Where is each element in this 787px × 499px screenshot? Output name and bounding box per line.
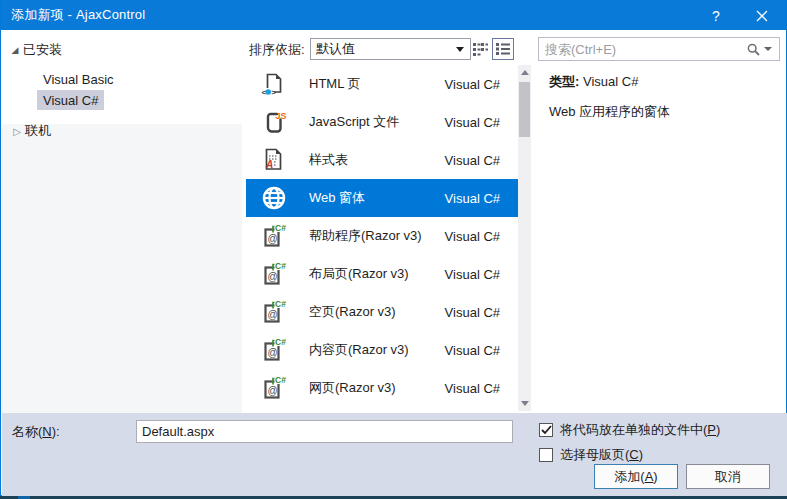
template-list-item[interactable]: A 样式表 Visual C# [246,141,518,179]
sidebar-item-visual-basic[interactable]: Visual Basic [37,69,120,89]
title-bar[interactable]: 添加新项 - AjaxControl [1,0,786,30]
svg-text:>: > [271,88,276,97]
template-language: Visual C# [445,305,500,320]
template-icon [259,183,289,213]
search-box [538,37,780,61]
template-language: Visual C# [445,381,500,396]
template-icon: @C# [259,373,289,403]
svg-text:@: @ [268,385,278,396]
template-list-item[interactable]: Web 窗体 Visual C# [246,179,518,217]
template-list-item[interactable]: @C# 布局页(Razor v3) Visual C# [246,255,518,293]
type-label: 类型: [549,74,579,89]
sidebar-node-online[interactable]: ▷ 联机 [9,120,51,142]
sidebar-node-online-label: 联机 [25,122,51,140]
name-label: 名称(N): [12,423,60,441]
checkbox-separate-file-label: 将代码放在单独的文件中(P) [560,421,720,439]
screen: 添加新项 - AjaxControl ? ◢ 已安装 Visual Basic … [0,0,787,499]
search-icon[interactable] [747,43,760,56]
sidebar-item-label: Visual C# [43,93,98,108]
template-icon: A [259,145,289,175]
checkbox-master-page[interactable]: 选择母版页(C) [539,446,643,464]
svg-text:@: @ [268,347,278,358]
template-name: 样式表 [309,151,445,169]
cancel-button[interactable]: 取消 [686,464,770,489]
small-icons-view-button[interactable] [471,40,490,59]
template-icon: @C# [259,259,289,289]
template-name: HTML 页 [309,75,445,93]
search-input[interactable] [539,41,747,58]
help-icon: ? [712,8,720,24]
template-language: Visual C# [445,267,500,282]
svg-text:C#: C# [275,299,286,309]
checkbox-icon[interactable] [539,423,553,437]
template-list-item[interactable]: @C# 帮助程序(Razor v3) Visual C# [246,217,518,255]
template-list-item[interactable]: @C# 网页(Razor v3) Visual C# [246,369,518,407]
dialog-title: 添加新项 - AjaxControl [1,6,145,24]
sidebar-item-visual-csharp[interactable]: Visual C# [37,90,104,110]
sort-by-dropdown[interactable]: 默认值 [310,38,471,60]
svg-text:JS: JS [276,110,287,120]
template-name: 布局页(Razor v3) [309,265,445,283]
list-view-icon [496,43,510,55]
svg-text:@: @ [268,271,278,282]
template-language: Visual C# [445,153,500,168]
collapsed-arrow-icon: ▷ [9,126,25,137]
template-description: Web 应用程序的窗体 [549,103,670,121]
template-name: 帮助程序(Razor v3) [309,227,445,245]
template-icon: <> [259,69,289,99]
small-icons-view-icon [473,43,488,56]
list-scrollbar[interactable] [518,65,531,411]
checkbox-separate-file[interactable]: 将代码放在单独的文件中(P) [539,421,720,439]
template-icon: @C# [259,335,289,365]
scrollbar-thumb[interactable] [519,82,530,137]
scroll-down-icon[interactable] [518,397,531,410]
template-name: 网页(Razor v3) [309,379,445,397]
details-pane: 类型: Visual C# Web 应用程序的窗体 [532,65,786,411]
template-list-item[interactable]: JS JavaScript 文件 Visual C# [246,103,518,141]
svg-text:C#: C# [275,375,286,385]
svg-text:A: A [265,159,273,170]
checkbox-master-page-label: 选择母版页(C) [560,446,643,464]
template-language: Visual C# [445,229,500,244]
type-value: Visual C# [583,74,638,89]
template-language: Visual C# [445,191,500,206]
template-list-item[interactable]: @C# 空页(Razor v3) Visual C# [246,293,518,331]
svg-text:C#: C# [275,337,286,347]
svg-text:C#: C# [275,223,286,233]
footer-panel: 名称(N): 将代码放在单独的文件中(P) [2,413,787,496]
svg-text:@: @ [268,233,278,244]
close-button[interactable] [739,1,785,31]
template-name: 内容页(Razor v3) [309,341,445,359]
check-icon [541,425,552,435]
checkbox-icon[interactable] [539,448,553,462]
scroll-up-icon[interactable] [518,66,531,79]
template-icon: JS [259,107,289,137]
template-name: JavaScript 文件 [309,113,445,131]
template-icon: @C# [259,221,289,251]
sidebar-item-label: Visual Basic [43,72,114,87]
add-new-item-dialog: 添加新项 - AjaxControl ? ◢ 已安装 Visual Basic … [0,0,787,496]
sidebar-node-installed-label: 已安装 [23,41,62,59]
sidebar-node-installed[interactable]: ◢ 已安装 [7,39,62,61]
template-language: Visual C# [445,343,500,358]
add-button[interactable]: 添加(A) [594,464,678,489]
sort-by-label: 排序依据: [249,41,305,59]
template-list-item[interactable]: @C# 内容页(Razor v3) Visual C# [246,331,518,369]
svg-text:@: @ [268,309,278,320]
template-name: Web 窗体 [309,189,445,207]
search-options-chevron-icon[interactable] [764,47,772,51]
expanded-arrow-icon: ◢ [7,45,23,55]
template-list-item[interactable]: <> HTML 页 Visual C# [246,65,518,103]
template-name: 空页(Razor v3) [309,303,445,321]
template-icon: @C# [259,297,289,327]
sort-by-value: 默认值 [311,40,456,58]
chevron-down-icon [456,47,464,52]
list-view-button[interactable] [492,38,514,60]
template-language: Visual C# [445,115,500,130]
help-button[interactable]: ? [693,1,739,31]
template-language: Visual C# [445,77,500,92]
template-type: 类型: Visual C# [549,73,638,91]
name-input[interactable] [136,420,513,443]
svg-text:C#: C# [275,261,286,271]
template-list: <> HTML 页 Visual C# JS JavaScript 文件 Vis… [246,65,518,411]
